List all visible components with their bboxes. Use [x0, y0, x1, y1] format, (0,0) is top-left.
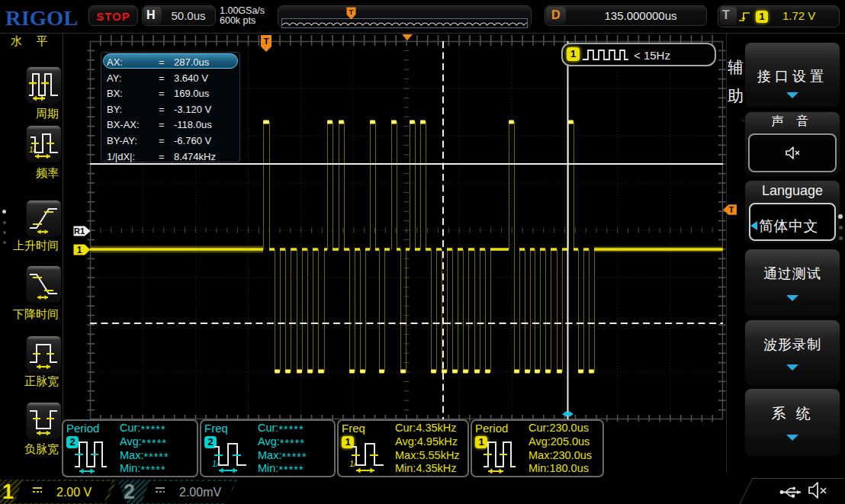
svg-text:1/: 1/: [212, 459, 220, 468]
svg-text:T: T: [349, 8, 354, 16]
svg-text:1: 1: [77, 245, 82, 255]
svg-text:1/: 1/: [349, 459, 357, 468]
svg-text:R1: R1: [74, 226, 85, 236]
svg-text:1/: 1/: [29, 146, 37, 154]
svg-text:T: T: [264, 37, 269, 46]
svg-text:T: T: [729, 205, 734, 214]
